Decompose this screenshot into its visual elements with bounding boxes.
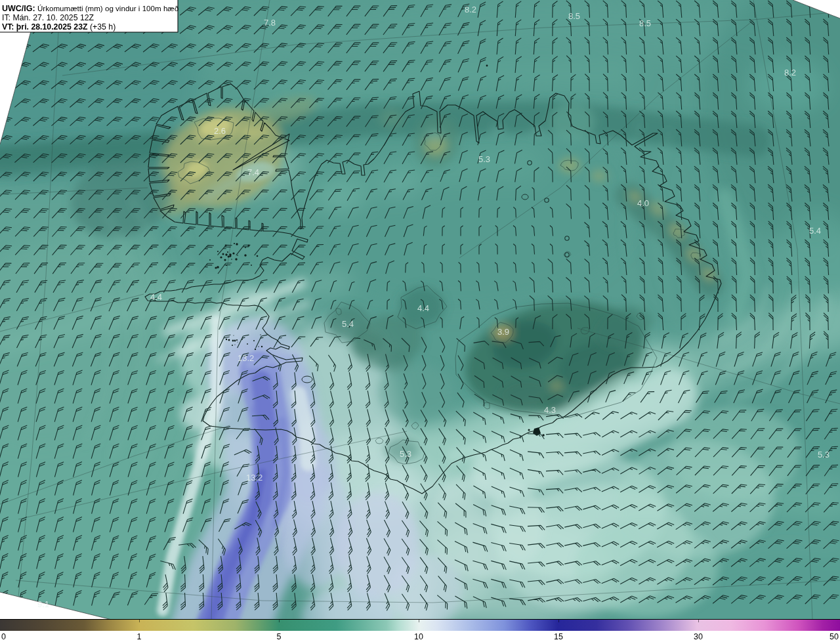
svg-text:8.2: 8.2 <box>784 68 796 77</box>
svg-text:5.4: 5.4 <box>342 319 354 329</box>
svg-text:50: 50 <box>830 632 839 641</box>
svg-text:7.8: 7.8 <box>264 18 276 28</box>
svg-text:8.5: 8.5 <box>639 18 651 28</box>
svg-text:9.1: 9.1 <box>37 599 49 609</box>
svg-text:30: 30 <box>694 632 703 641</box>
svg-text:5.3: 5.3 <box>818 450 830 460</box>
svg-text:5.3: 5.3 <box>400 449 411 459</box>
svg-text:3.9: 3.9 <box>497 327 509 337</box>
svg-text:4.3: 4.3 <box>544 405 556 415</box>
svg-text:5.4: 5.4 <box>809 226 821 236</box>
svg-text:8.5: 8.5 <box>568 11 580 21</box>
svg-text:13.2: 13.2 <box>246 473 262 482</box>
svg-text:4.0: 4.0 <box>637 198 649 208</box>
svg-text:13.2: 13.2 <box>238 353 254 363</box>
svg-text:2.6: 2.6 <box>214 126 226 136</box>
svg-text:10: 10 <box>414 632 423 641</box>
svg-text:4.4: 4.4 <box>417 303 429 313</box>
svg-text:7.4: 7.4 <box>247 167 259 177</box>
svg-text:0: 0 <box>1 632 6 641</box>
svg-text:4.4: 4.4 <box>150 292 162 302</box>
svg-text:UWC/IG: Úrkomumætti (mm) og vi: UWC/IG: Úrkomumætti (mm) og vindur i 100… <box>2 4 179 13</box>
svg-text:1: 1 <box>137 632 142 641</box>
svg-text:5: 5 <box>277 632 282 641</box>
svg-text:15: 15 <box>554 632 563 641</box>
svg-text:5.3: 5.3 <box>478 154 490 164</box>
svg-text:8.2: 8.2 <box>465 5 476 14</box>
svg-text:IT: Mán. 27. 10. 2025 12Z: IT: Mán. 27. 10. 2025 12Z <box>2 13 94 22</box>
svg-text:VT: þri. 28.10.2025 23Z (+35 h: VT: þri. 28.10.2025 23Z (+35 h) <box>2 22 116 32</box>
